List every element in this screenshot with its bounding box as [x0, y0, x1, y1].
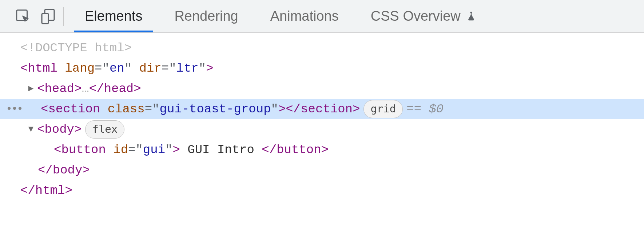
bracket: >: [74, 79, 82, 99]
dom-node-html-close[interactable]: </html>: [0, 180, 644, 201]
attr-value: ltr: [176, 59, 199, 78]
panel-tabs: Elements Rendering Animations CSS Overvi…: [69, 0, 493, 32]
dom-node-doctype[interactable]: <!DOCTYPE html>: [0, 38, 644, 58]
toolbar-divider: [63, 7, 64, 26]
tab-css-overview[interactable]: CSS Overview: [355, 0, 493, 32]
experiment-flask-icon: [466, 10, 477, 23]
attr-value: gui-toast-group: [159, 100, 271, 119]
bracket: >: [65, 181, 72, 200]
bracket: </: [20, 181, 35, 200]
tag-name: html: [35, 181, 65, 200]
bracket: >: [172, 140, 180, 160]
svg-rect-2: [42, 13, 48, 24]
attr-value: en: [110, 59, 124, 78]
bracket: <: [37, 120, 44, 139]
device-toolbar-icon[interactable]: [36, 4, 61, 29]
bracket: <: [54, 140, 61, 160]
tag-name: button: [61, 140, 106, 160]
attr-name: class: [108, 100, 145, 119]
tag-name: body: [44, 120, 74, 139]
bracket: </: [286, 100, 301, 119]
tag-name: html: [28, 59, 57, 78]
dom-node-body-open[interactable]: ▼<body> flex: [0, 119, 644, 140]
attr-name: dir: [139, 59, 162, 78]
bracket: >: [82, 161, 90, 180]
dom-node-html-open[interactable]: <html lang="en" dir="ltr">: [0, 58, 644, 79]
tab-label: CSS Overview: [371, 8, 461, 24]
inspect-element-icon[interactable]: [10, 4, 36, 29]
tab-elements[interactable]: Elements: [69, 0, 158, 32]
devtools-toolbar: Elements Rendering Animations CSS Overvi…: [0, 0, 644, 33]
layout-badge-flex[interactable]: flex: [85, 120, 124, 139]
tab-label: Rendering: [174, 8, 238, 24]
attr-name: id: [113, 140, 128, 160]
attr-name: lang: [65, 59, 95, 78]
tag-name: body: [53, 161, 83, 180]
tag-name: section: [301, 100, 353, 119]
tag-name: head: [44, 79, 74, 99]
tab-label: Elements: [85, 8, 142, 24]
tag-name: button: [277, 140, 321, 160]
expand-arrow-icon[interactable]: ▶: [26, 82, 36, 95]
tag-name: section: [48, 100, 100, 119]
selected-dollar-ref: $0: [429, 100, 444, 119]
tag-name: head: [104, 79, 134, 99]
dom-node-button[interactable]: <button id="gui"> GUI Intro </button>: [0, 140, 644, 160]
bracket: >: [206, 59, 213, 78]
tab-rendering[interactable]: Rendering: [158, 0, 254, 32]
bracket: >: [134, 79, 141, 99]
doctype-text: <!DOCTYPE html>: [20, 39, 132, 58]
attr-value: gui: [143, 140, 165, 160]
selected-eq: ==: [406, 100, 429, 119]
layout-badge-grid[interactable]: grid: [363, 100, 403, 119]
dom-node-section-selected[interactable]: ••• <section class="gui-toast-group"></s…: [0, 99, 644, 119]
dom-tree: <!DOCTYPE html> <html lang="en" dir="ltr…: [0, 33, 644, 201]
gutter-menu-icon[interactable]: •••: [6, 101, 22, 118]
dom-node-head[interactable]: ▶<head>…</head>: [0, 79, 644, 99]
ellipsis: …: [82, 79, 89, 99]
text-node: GUI Intro: [180, 140, 262, 160]
tab-label: Animations: [270, 8, 339, 24]
bracket: <: [37, 79, 44, 99]
collapse-arrow-icon[interactable]: ▼: [26, 123, 36, 136]
dom-node-body-close[interactable]: </body>: [0, 160, 644, 180]
tab-animations[interactable]: Animations: [254, 0, 355, 32]
bracket: </: [89, 79, 104, 99]
bracket: </: [262, 140, 277, 160]
bracket: >: [321, 140, 329, 160]
bracket: <: [41, 100, 48, 119]
bracket: <: [20, 59, 28, 78]
bracket: >: [74, 120, 82, 139]
bracket: >: [353, 100, 360, 119]
bracket: </: [38, 161, 53, 180]
bracket: >: [278, 100, 286, 119]
